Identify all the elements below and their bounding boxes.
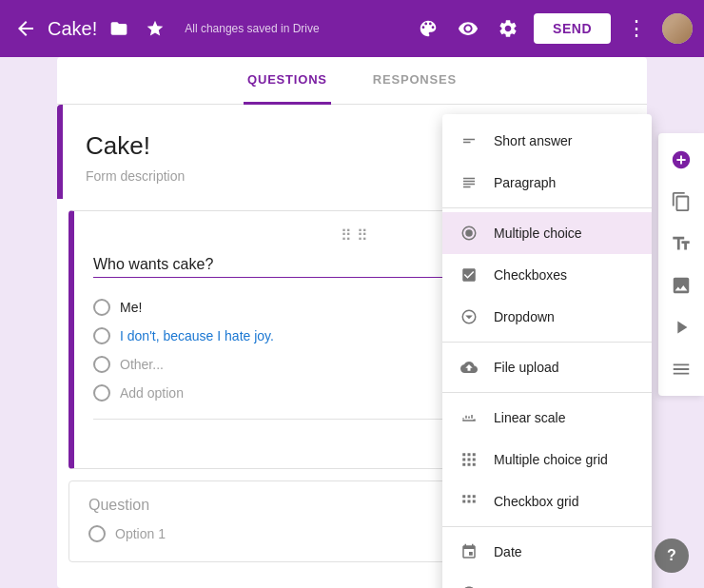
- dropdown-item-file-upload[interactable]: File upload: [442, 346, 652, 388]
- tabs: QUESTIONS RESPONSES: [57, 57, 647, 105]
- app-header: Cake! All changes saved in Drive SEND ⋮: [0, 0, 704, 57]
- dropdown-item-linear-scale[interactable]: Linear scale: [442, 397, 652, 439]
- radio-circle: [93, 356, 110, 373]
- paragraph-label: Paragraph: [494, 175, 556, 190]
- add-image-button[interactable]: [662, 266, 700, 304]
- multiple-choice-grid-label: Multiple choice grid: [494, 452, 608, 467]
- divider-1: [442, 207, 652, 208]
- divider-4: [442, 526, 652, 527]
- main-content: QUESTIONS RESPONSES Cake! Form descripti…: [0, 57, 704, 588]
- avatar-image: [662, 13, 693, 44]
- add-video-button[interactable]: [662, 308, 700, 346]
- dropdown-icon: [458, 305, 480, 328]
- folder-icon-btn[interactable]: [105, 14, 133, 43]
- divider-3: [442, 392, 652, 393]
- help-icon: ?: [667, 547, 676, 564]
- linear-scale-label: Linear scale: [494, 410, 566, 425]
- dropdown-item-multiple-choice-grid[interactable]: Multiple choice grid: [442, 439, 652, 480]
- preview-icon-btn[interactable]: [454, 14, 482, 43]
- back-button[interactable]: [11, 14, 40, 43]
- more-options-button[interactable]: ⋮: [622, 14, 651, 43]
- divider-2: [442, 342, 652, 343]
- checkbox-grid-label: Checkbox grid: [494, 494, 579, 509]
- checkboxes-label: Checkboxes: [494, 267, 567, 283]
- date-icon: [458, 540, 480, 563]
- dropdown-item-date[interactable]: Date: [442, 531, 652, 573]
- checkboxes-icon: [458, 264, 480, 286]
- palette-icon-btn[interactable]: [414, 14, 442, 43]
- file-upload-label: File upload: [494, 360, 559, 375]
- short-answer-icon: [458, 129, 480, 152]
- option-text-3: Other...: [120, 357, 164, 372]
- date-label: Date: [494, 544, 522, 559]
- dropdown-item-time[interactable]: Time: [442, 573, 652, 588]
- radio-circle: [93, 327, 110, 344]
- dropdown-label: Dropdown: [494, 309, 555, 324]
- radio-circle: [93, 299, 110, 316]
- tab-questions[interactable]: QUESTIONS: [244, 57, 331, 105]
- svg-point-1: [465, 229, 473, 237]
- multiple-choice-label: Multiple choice: [494, 225, 582, 241]
- help-button[interactable]: ?: [655, 539, 689, 573]
- dropdown-item-checkboxes[interactable]: Checkboxes: [442, 254, 652, 296]
- dropdown-menu: Short answer Paragraph Multiple choice C…: [442, 114, 652, 588]
- header-left: Cake! All changes saved in Drive: [11, 14, 406, 43]
- dropdown-item-checkbox-grid[interactable]: Checkbox grid: [442, 480, 652, 522]
- tab-responses[interactable]: RESPONSES: [369, 57, 460, 105]
- short-answer-label: Short answer: [494, 133, 572, 148]
- saved-status: All changes saved in Drive: [185, 22, 319, 35]
- dropdown-item-multiple-choice[interactable]: Multiple choice: [442, 212, 652, 254]
- multiple-choice-grid-icon: [458, 448, 480, 471]
- send-button[interactable]: SEND: [534, 13, 611, 44]
- option-text-1: Me!: [120, 300, 142, 315]
- avatar[interactable]: [662, 13, 693, 44]
- dropdown-item-short-answer[interactable]: Short answer: [442, 120, 652, 162]
- header-icons: SEND ⋮: [414, 13, 693, 44]
- radio-circle-preview: [88, 525, 106, 542]
- right-sidebar: [658, 133, 704, 396]
- linear-scale-icon: [458, 406, 480, 429]
- time-icon: [458, 582, 480, 588]
- paragraph-icon: [458, 171, 480, 194]
- radio-circle: [93, 384, 110, 402]
- dropdown-item-dropdown[interactable]: Dropdown: [442, 296, 652, 338]
- star-icon-btn[interactable]: [141, 14, 169, 43]
- add-section-button[interactable]: [662, 350, 700, 388]
- file-upload-icon: [458, 356, 480, 379]
- app-title: Cake!: [48, 18, 97, 40]
- preview-option-text: Option 1: [115, 526, 166, 541]
- dropdown-item-paragraph[interactable]: Paragraph: [442, 162, 652, 204]
- multiple-choice-icon: [458, 222, 480, 245]
- copy-section-button[interactable]: [662, 183, 700, 221]
- text-format-button[interactable]: [662, 225, 700, 263]
- add-option-label[interactable]: Add option: [120, 385, 184, 401]
- checkbox-grid-icon: [458, 490, 480, 513]
- settings-icon-btn[interactable]: [494, 14, 522, 43]
- option-text-2: I don't, because I hate joy.: [120, 328, 274, 343]
- add-element-button[interactable]: [662, 141, 700, 179]
